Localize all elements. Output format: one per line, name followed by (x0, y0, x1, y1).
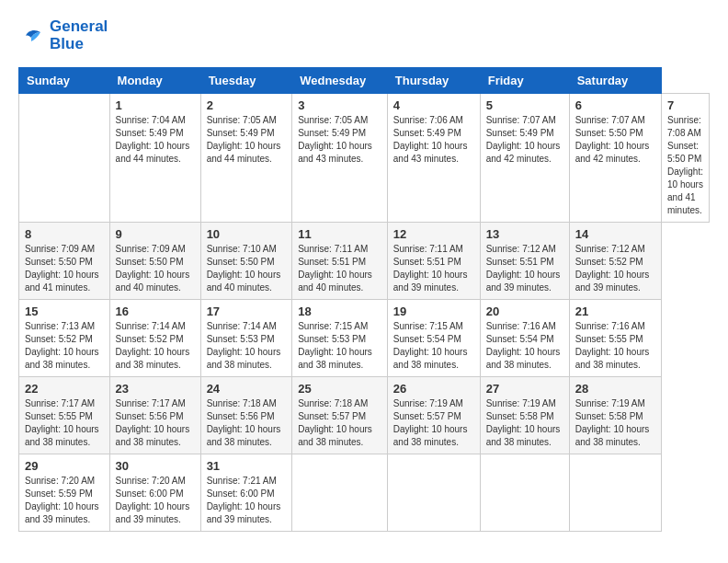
weekday-header-wednesday: Wednesday (292, 68, 388, 94)
day-info: Sunrise: 7:07 AMSunset: 5:49 PMDaylight:… (486, 114, 563, 166)
day-number: 20 (486, 304, 563, 318)
day-info: Sunrise: 7:12 AMSunset: 5:51 PMDaylight:… (486, 243, 563, 294)
day-cell-8: 8Sunrise: 7:09 AMSunset: 5:50 PMDaylight… (19, 223, 110, 300)
day-cell-12: 12Sunrise: 7:11 AMSunset: 5:51 PMDayligh… (387, 223, 480, 300)
day-number: 13 (486, 227, 563, 241)
day-number: 26 (393, 382, 474, 396)
day-cell-25: 25Sunrise: 7:18 AMSunset: 5:57 PMDayligh… (292, 377, 388, 454)
day-number: 29 (25, 459, 104, 473)
day-info: Sunrise: 7:14 AMSunset: 5:52 PMDaylight:… (116, 320, 195, 372)
day-cell-7: 7Sunrise: 7:08 AMSunset: 5:50 PMDaylight… (662, 94, 710, 223)
day-cell-19: 19Sunrise: 7:15 AMSunset: 5:54 PMDayligh… (387, 300, 480, 377)
day-info: Sunrise: 7:17 AMSunset: 5:56 PMDaylight:… (116, 397, 195, 449)
day-number: 30 (116, 459, 195, 473)
page-header: General Blue (18, 18, 710, 52)
day-cell-29: 29Sunrise: 7:20 AMSunset: 5:59 PMDayligh… (19, 454, 110, 532)
day-info: Sunrise: 7:18 AMSunset: 5:57 PMDaylight:… (298, 397, 381, 449)
day-number: 19 (393, 304, 474, 318)
day-info: Sunrise: 7:17 AMSunset: 5:55 PMDaylight:… (25, 397, 104, 449)
day-cell-3: 3Sunrise: 7:05 AMSunset: 5:49 PMDaylight… (292, 94, 388, 223)
day-number: 14 (575, 227, 655, 241)
day-number: 3 (298, 98, 381, 112)
day-info: Sunrise: 7:20 AMSunset: 6:00 PMDaylight:… (116, 475, 195, 526)
day-cell-17: 17Sunrise: 7:14 AMSunset: 5:53 PMDayligh… (200, 300, 292, 377)
logo: General Blue (18, 18, 108, 52)
logo-bird-icon (18, 23, 46, 49)
logo-text: General Blue (50, 18, 108, 52)
day-cell-9: 9Sunrise: 7:09 AMSunset: 5:50 PMDaylight… (109, 223, 200, 300)
calendar-table: SundayMondayTuesdayWednesdayThursdayFrid… (18, 67, 710, 532)
day-number: 9 (116, 227, 195, 241)
weekday-header-row: SundayMondayTuesdayWednesdayThursdayFrid… (19, 68, 710, 94)
day-cell-10: 10Sunrise: 7:10 AMSunset: 5:50 PMDayligh… (200, 223, 292, 300)
day-number: 28 (575, 382, 655, 396)
day-cell-24: 24Sunrise: 7:18 AMSunset: 5:56 PMDayligh… (200, 377, 292, 454)
day-cell-2: 2Sunrise: 7:05 AMSunset: 5:49 PMDaylight… (200, 94, 292, 223)
day-cell-20: 20Sunrise: 7:16 AMSunset: 5:54 PMDayligh… (480, 300, 569, 377)
empty-cell (19, 94, 110, 223)
day-number: 4 (393, 98, 474, 112)
day-info: Sunrise: 7:09 AMSunset: 5:50 PMDaylight:… (25, 243, 104, 294)
empty-cell (480, 454, 569, 532)
day-info: Sunrise: 7:15 AMSunset: 5:54 PMDaylight:… (393, 320, 474, 372)
day-number: 21 (575, 304, 655, 318)
day-number: 6 (575, 98, 655, 112)
day-info: Sunrise: 7:10 AMSunset: 5:50 PMDaylight:… (207, 243, 287, 294)
day-number: 27 (486, 382, 563, 396)
day-number: 18 (298, 304, 381, 318)
empty-cell (387, 454, 480, 532)
calendar-header: SundayMondayTuesdayWednesdayThursdayFrid… (19, 68, 710, 94)
weekday-header-tuesday: Tuesday (200, 68, 292, 94)
calendar-week-5: 29Sunrise: 7:20 AMSunset: 5:59 PMDayligh… (19, 454, 710, 532)
day-number: 22 (25, 382, 104, 396)
day-cell-14: 14Sunrise: 7:12 AMSunset: 5:52 PMDayligh… (569, 223, 661, 300)
calendar-body: 1Sunrise: 7:04 AMSunset: 5:49 PMDaylight… (19, 94, 710, 532)
day-info: Sunrise: 7:11 AMSunset: 5:51 PMDaylight:… (393, 243, 474, 294)
day-cell-22: 22Sunrise: 7:17 AMSunset: 5:55 PMDayligh… (19, 377, 110, 454)
day-info: Sunrise: 7:19 AMSunset: 5:58 PMDaylight:… (486, 397, 563, 449)
day-number: 1 (116, 98, 195, 112)
day-cell-16: 16Sunrise: 7:14 AMSunset: 5:52 PMDayligh… (109, 300, 200, 377)
empty-cell (569, 454, 661, 532)
day-number: 2 (207, 98, 287, 112)
day-number: 17 (207, 304, 287, 318)
day-cell-5: 5Sunrise: 7:07 AMSunset: 5:49 PMDaylight… (480, 94, 569, 223)
day-cell-21: 21Sunrise: 7:16 AMSunset: 5:55 PMDayligh… (569, 300, 661, 377)
weekday-header-sunday: Sunday (19, 68, 110, 94)
day-number: 25 (298, 382, 381, 396)
day-info: Sunrise: 7:04 AMSunset: 5:49 PMDaylight:… (116, 114, 195, 166)
day-number: 7 (667, 98, 703, 112)
day-number: 8 (25, 227, 104, 241)
day-cell-15: 15Sunrise: 7:13 AMSunset: 5:52 PMDayligh… (19, 300, 110, 377)
day-cell-31: 31Sunrise: 7:21 AMSunset: 6:00 PMDayligh… (200, 454, 292, 532)
day-info: Sunrise: 7:05 AMSunset: 5:49 PMDaylight:… (298, 114, 381, 166)
day-info: Sunrise: 7:19 AMSunset: 5:57 PMDaylight:… (393, 397, 474, 449)
day-info: Sunrise: 7:19 AMSunset: 5:58 PMDaylight:… (575, 397, 655, 449)
day-info: Sunrise: 7:09 AMSunset: 5:50 PMDaylight:… (116, 243, 195, 294)
empty-cell (292, 454, 388, 532)
day-info: Sunrise: 7:16 AMSunset: 5:55 PMDaylight:… (575, 320, 655, 372)
day-info: Sunrise: 7:21 AMSunset: 6:00 PMDaylight:… (207, 475, 287, 526)
day-info: Sunrise: 7:13 AMSunset: 5:52 PMDaylight:… (25, 320, 104, 372)
day-cell-18: 18Sunrise: 7:15 AMSunset: 5:53 PMDayligh… (292, 300, 388, 377)
day-cell-28: 28Sunrise: 7:19 AMSunset: 5:58 PMDayligh… (569, 377, 661, 454)
day-number: 15 (25, 304, 104, 318)
day-number: 10 (207, 227, 287, 241)
weekday-header-friday: Friday (480, 68, 569, 94)
day-info: Sunrise: 7:16 AMSunset: 5:54 PMDaylight:… (486, 320, 563, 372)
day-info: Sunrise: 7:14 AMSunset: 5:53 PMDaylight:… (207, 320, 287, 372)
day-number: 5 (486, 98, 563, 112)
day-info: Sunrise: 7:05 AMSunset: 5:49 PMDaylight:… (207, 114, 287, 166)
day-cell-30: 30Sunrise: 7:20 AMSunset: 6:00 PMDayligh… (109, 454, 200, 532)
weekday-header-saturday: Saturday (569, 68, 661, 94)
day-cell-1: 1Sunrise: 7:04 AMSunset: 5:49 PMDaylight… (109, 94, 200, 223)
day-info: Sunrise: 7:12 AMSunset: 5:52 PMDaylight:… (575, 243, 655, 294)
weekday-header-monday: Monday (109, 68, 200, 94)
day-cell-26: 26Sunrise: 7:19 AMSunset: 5:57 PMDayligh… (387, 377, 480, 454)
day-cell-27: 27Sunrise: 7:19 AMSunset: 5:58 PMDayligh… (480, 377, 569, 454)
day-info: Sunrise: 7:15 AMSunset: 5:53 PMDaylight:… (298, 320, 381, 372)
day-cell-23: 23Sunrise: 7:17 AMSunset: 5:56 PMDayligh… (109, 377, 200, 454)
day-number: 23 (116, 382, 195, 396)
day-cell-4: 4Sunrise: 7:06 AMSunset: 5:49 PMDaylight… (387, 94, 480, 223)
day-info: Sunrise: 7:11 AMSunset: 5:51 PMDaylight:… (298, 243, 381, 294)
